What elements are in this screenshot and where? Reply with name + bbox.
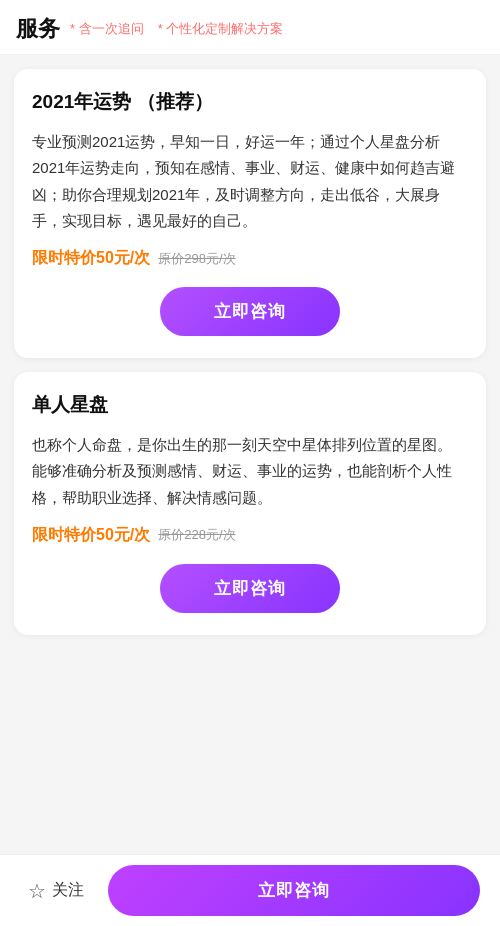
- card-1-title: 2021年运势 （推荐）: [32, 89, 468, 115]
- card-2-price-sale: 限时特价50元/次: [32, 525, 150, 546]
- card-2-title: 单人星盘: [32, 392, 468, 418]
- follow-button[interactable]: ☆ 关注: [20, 880, 92, 901]
- star-icon: ☆: [28, 881, 46, 901]
- card-1-consult-button[interactable]: 立即咨询: [160, 287, 340, 336]
- content-area: 2021年运势 （推荐） 专业预测2021运势，早知一日，好运一年；通过个人星盘…: [0, 55, 500, 725]
- card-2-price-original: 原价228元/次: [158, 526, 235, 544]
- header-tag-1: * 含一次追问: [70, 20, 144, 38]
- card-2-consult-button[interactable]: 立即咨询: [160, 564, 340, 613]
- bottom-bar: ☆ 关注 立即咨询: [0, 854, 500, 926]
- card-2-desc: 也称个人命盘，是你出生的那一刻天空中星体排列位置的星图。 能够准确分析及预测感情…: [32, 432, 468, 511]
- bottom-consult-button[interactable]: 立即咨询: [108, 865, 480, 916]
- card-1-price-row: 限时特价50元/次 原价298元/次: [32, 248, 468, 269]
- page-header: 服务 * 含一次追问 * 个性化定制解决方案: [0, 0, 500, 55]
- service-card-1: 2021年运势 （推荐） 专业预测2021运势，早知一日，好运一年；通过个人星盘…: [14, 69, 486, 358]
- follow-label: 关注: [52, 880, 84, 901]
- service-card-2: 单人星盘 也称个人命盘，是你出生的那一刻天空中星体排列位置的星图。 能够准确分析…: [14, 372, 486, 635]
- header-tag-2: * 个性化定制解决方案: [158, 20, 284, 38]
- card-1-price-sale: 限时特价50元/次: [32, 248, 150, 269]
- card-1-desc: 专业预测2021运势，早知一日，好运一年；通过个人星盘分析2021年运势走向，预…: [32, 129, 468, 234]
- page-title: 服务: [16, 14, 60, 44]
- card-1-price-original: 原价298元/次: [158, 250, 235, 268]
- card-2-price-row: 限时特价50元/次 原价228元/次: [32, 525, 468, 546]
